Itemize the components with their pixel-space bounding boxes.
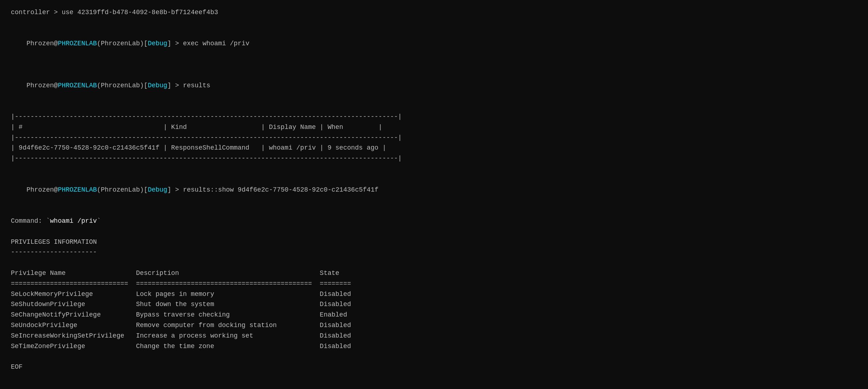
table-border-mid: |---------------------------------------… [11,133,857,143]
blank-1 [11,18,857,28]
priv-row-4: SeUndockPrivilege Remove computer from d… [11,320,857,331]
command-text: whoami /priv [50,217,97,225]
results-prompt-line: Phrozen@PHROZENLAB(PhrozenLab)[Debug] > … [11,70,857,101]
priv-equals-sep: ============================== =========… [11,279,857,289]
table-border-top: |---------------------------------------… [11,112,857,122]
table-data-row: | 9d4f6e2c-7750-4528-92c0-c21436c5f41f |… [11,143,857,153]
exec-command: exec whoami /priv [183,40,249,47]
blank-7 [11,258,857,268]
results-show-line: Phrozen@PHROZENLAB(PhrozenLab)[Debug] > … [11,174,857,205]
results-show-command: results::show 9d4f6e2c-7750-4528-92c0-c2… [183,186,378,193]
priv-row-5: SeIncreaseWorkingSetPrivilege Increase a… [11,331,857,341]
terminal: controller > use 42319ffd-b478-4092-8e8b… [11,7,857,389]
exec-prompt-line: Phrozen@PHROZENLAB(PhrozenLab)[Debug] > … [11,28,857,59]
blank-5 [11,205,857,216]
prompt-user: Phrozen [26,40,54,47]
blank-8 [11,351,857,362]
priv-column-header: Privilege Name Description State [11,268,857,279]
results-command: results [183,82,210,89]
final-prompt-line: Phrozen@PHROZENLAB(PhrozenLab)[Debug] > [11,383,857,389]
table-header-row: | # | Kind | Display Name | When | [11,122,857,133]
priv-info-sep: ---------------------- [11,247,857,258]
blank-3 [11,101,857,112]
blank-2 [11,59,857,70]
prompt-host: PHROZENLAB [58,40,97,47]
blank-9 [11,372,857,383]
command-label-line: Command: `whoami /priv` [11,216,857,226]
eof-line: EOF [11,362,857,372]
priv-row-1: SeLockMemoryPrivilege Lock pages in memo… [11,289,857,300]
priv-info-title: PRIVILEGES INFORMATION [11,237,857,247]
table-border-bottom: |---------------------------------------… [11,153,857,164]
prompt-debug: Debug [148,40,167,47]
controller-line: controller > use 42319ffd-b478-4092-8e8b… [11,7,857,18]
priv-row-3: SeChangeNotifyPrivilege Bypass traverse … [11,310,857,320]
blank-4 [11,164,857,174]
priv-row-2: SeShutdownPrivilege Shut down the system… [11,299,857,310]
blank-6 [11,226,857,237]
priv-row-6: SeTimeZonePrivilege Change the time zone… [11,341,857,352]
